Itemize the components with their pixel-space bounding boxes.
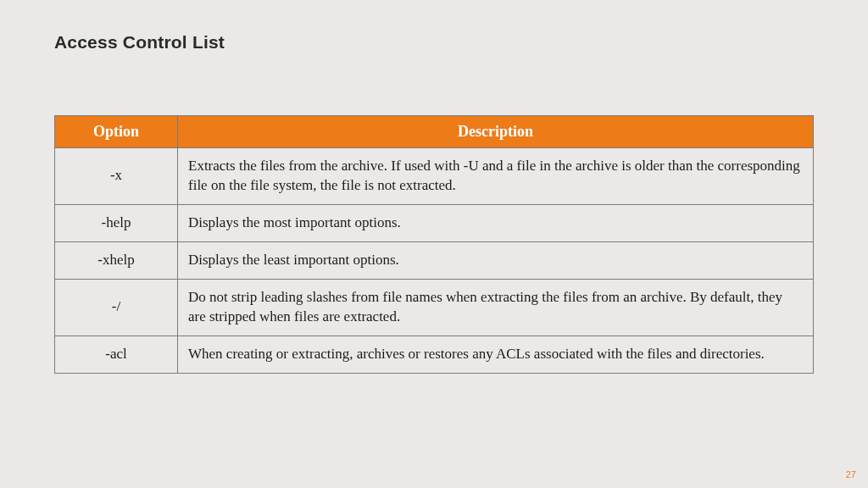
- table-row: -help Displays the most important option…: [55, 204, 814, 241]
- description-cell: When creating or extracting, archives or…: [178, 336, 814, 373]
- table-row: -xhelp Displays the least important opti…: [55, 241, 814, 279]
- header-description: Description: [178, 116, 814, 148]
- table-header-row: Option Description: [55, 116, 814, 148]
- description-cell: Extracts the files from the archive. If …: [178, 148, 814, 205]
- option-cell: -xhelp: [55, 241, 178, 279]
- description-cell: Do not strip leading slashes from file n…: [178, 279, 814, 336]
- table-row: -acl When creating or extracting, archiv…: [55, 336, 814, 373]
- page-title: Access Control List: [54, 32, 225, 53]
- description-cell: Displays the least important options.: [178, 241, 814, 279]
- description-cell: Displays the most important options.: [178, 204, 814, 241]
- table-row: -x Extracts the files from the archive. …: [55, 148, 814, 205]
- options-table-container: Option Description -x Extracts the files…: [54, 115, 814, 374]
- header-option: Option: [55, 116, 178, 148]
- option-cell: -/: [55, 279, 178, 336]
- option-cell: -help: [55, 204, 178, 241]
- table-row: -/ Do not strip leading slashes from fil…: [55, 279, 814, 336]
- option-cell: -x: [55, 148, 178, 205]
- options-table: Option Description -x Extracts the files…: [54, 115, 814, 374]
- option-cell: -acl: [55, 336, 178, 373]
- page-number: 27: [846, 469, 856, 480]
